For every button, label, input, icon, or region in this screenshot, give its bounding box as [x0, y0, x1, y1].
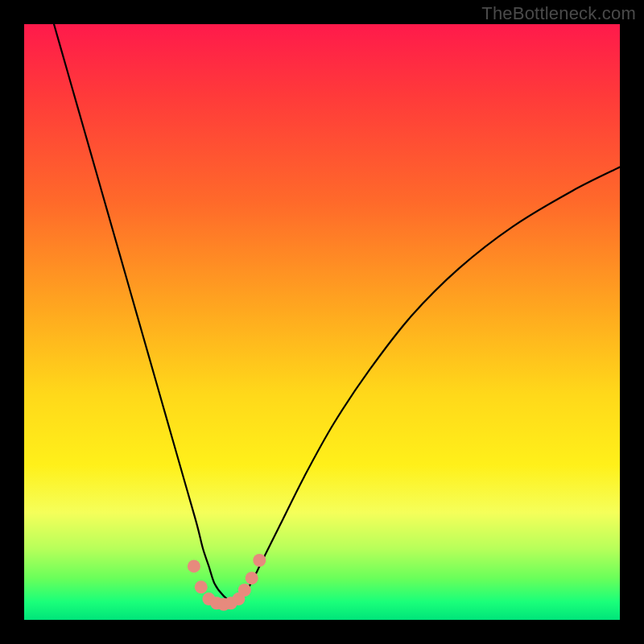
curve-svg — [24, 24, 620, 620]
bottleneck-curve — [54, 24, 620, 602]
trough-marker — [188, 559, 200, 572]
trough-marker — [238, 584, 251, 597]
chart-frame: TheBottleneck.com — [0, 0, 644, 644]
trough-marker — [195, 580, 208, 593]
watermark-text: TheBottleneck.com — [481, 3, 636, 24]
trough-marker — [253, 554, 266, 567]
plot-area — [24, 24, 620, 620]
trough-markers — [188, 554, 266, 611]
trough-marker — [246, 572, 258, 584]
